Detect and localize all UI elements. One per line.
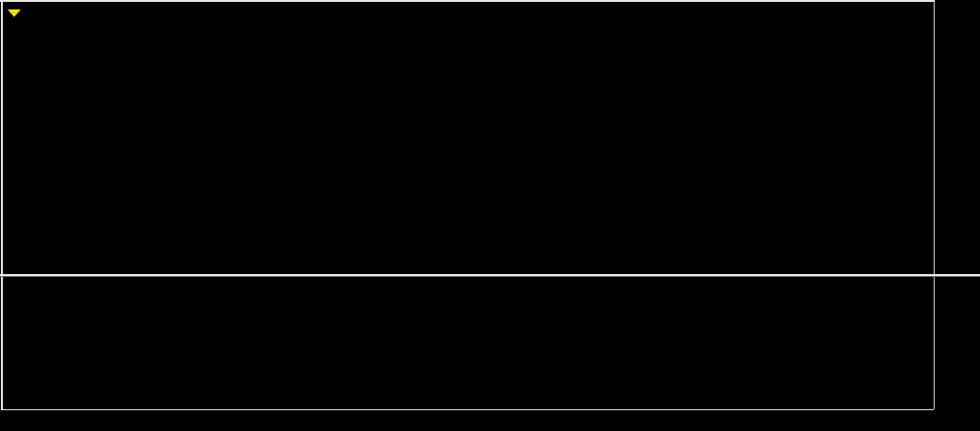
time-axis[interactable]: [0, 410, 980, 431]
price-axis[interactable]: [935, 0, 980, 409]
symbol-marker-icon: [8, 9, 21, 17]
cci-title: [9, 280, 26, 291]
chart-title: [6, 5, 43, 20]
panel-separator-shadow: [0, 276, 980, 277]
time-scale-line: [2, 409, 934, 410]
cci-indicator-chart[interactable]: [3, 278, 934, 409]
mt4-chart-window[interactable]: [0, 0, 980, 431]
main-price-chart[interactable]: [3, 2, 934, 274]
